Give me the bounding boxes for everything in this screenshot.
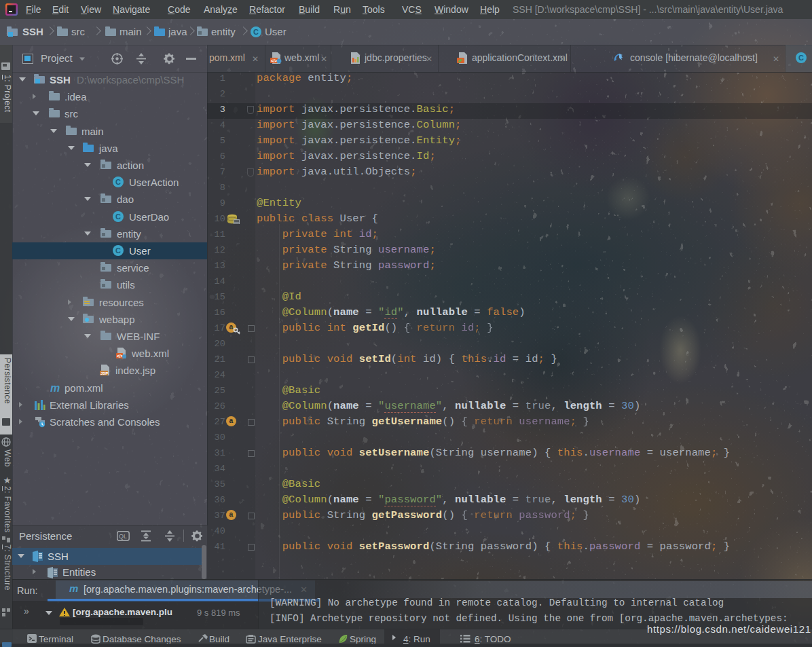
svg-text:JSP: JSP bbox=[100, 371, 108, 375]
svg-text:</>: </> bbox=[117, 354, 124, 358]
svg-text:</>: </> bbox=[271, 58, 278, 63]
svg-text:QL: QL bbox=[119, 533, 127, 540]
